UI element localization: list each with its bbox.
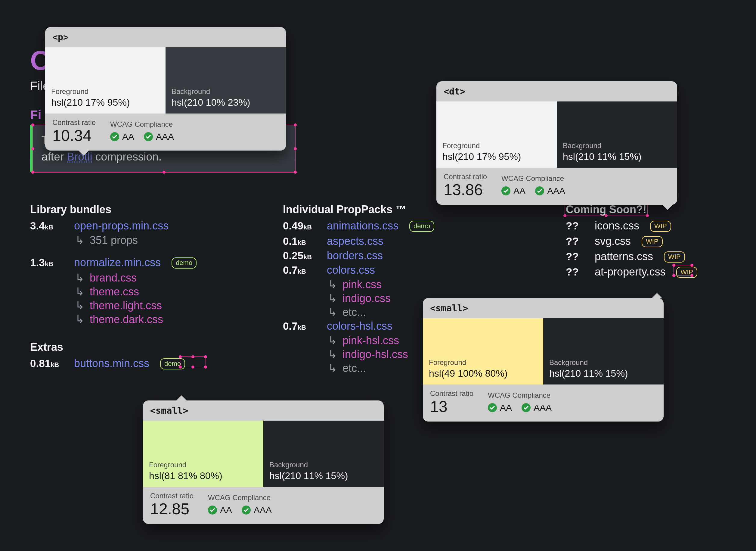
wip-badge: WIP [650, 221, 671, 232]
foreground-value: hsl(210 17% 95%) [442, 151, 551, 162]
sub-file[interactable]: brand.css [90, 271, 137, 284]
file-link[interactable]: aspects.css [327, 235, 383, 247]
foreground-value: hsl(210 17% 95%) [51, 97, 160, 108]
foreground-value: hsl(49 100% 80%) [429, 368, 537, 379]
wcag-aaa-pill: AAA [242, 505, 272, 515]
file-link[interactable]: at-property.css [595, 265, 665, 278]
file-link[interactable]: patterns.css [595, 250, 653, 263]
file-link[interactable]: colors-hsl.css [327, 320, 392, 333]
contrast-ratio-label: Contrast ratio [430, 389, 473, 398]
background-swatch: Backgroundhsl(210 11% 15%) [263, 421, 384, 487]
background-value: hsl(210 11% 15%) [563, 151, 671, 162]
demo-badge[interactable]: demo [160, 358, 185, 370]
sub-file[interactable]: theme.light.css [90, 299, 162, 312]
tooltip-pointer-icon [176, 395, 187, 401]
file-link[interactable]: buttons.min.css [74, 357, 149, 370]
list-item: 0.81kB buttons.min.css demo [30, 357, 247, 371]
background-swatch: Backgroundhsl(210 11% 15%) [557, 101, 677, 168]
check-icon [535, 186, 544, 195]
tooltip-element-tag: <dt> [436, 81, 677, 101]
contrast-ratio-value: 10.34 [52, 127, 96, 144]
foreground-swatch: Foregroundhsl(210 17% 95%) [45, 47, 166, 113]
wip-badge: WIP [642, 236, 663, 247]
wcag-label: WCAG Compliance [110, 120, 174, 128]
list-item: 1.3kB normalize.min.css demo [30, 256, 247, 270]
wcag-label: WCAG Compliance [208, 494, 272, 502]
foreground-label: Foreground [51, 87, 160, 96]
sub-arrow-icon: ↳ [75, 313, 84, 326]
contrast-tooltip: <small>Foregroundhsl(49 100% 80%)Backgro… [423, 298, 664, 422]
sub-arrow-icon: ↳ [328, 348, 337, 361]
sub-arrow-icon: ↳ [328, 334, 337, 347]
file-link[interactable]: animations.css [327, 219, 398, 232]
file-link[interactable]: normalize.min.css [74, 256, 161, 269]
contrast-ratio-value: 13.86 [444, 181, 487, 198]
tooltip-pointer-icon [662, 204, 673, 210]
foreground-value: hsl(81 81% 80%) [149, 470, 257, 481]
file-link[interactable]: open-props.min.css [74, 219, 169, 232]
proppacks-heading: Individual PropPacks ™ [283, 203, 530, 216]
contrast-ratio-label: Contrast ratio [52, 118, 96, 127]
sub-file[interactable]: pink.css [342, 278, 382, 291]
wcag-aa-pill: AA [501, 186, 525, 196]
sub-item: ↳ 351 props [75, 234, 247, 246]
file-size: 0.81kB [30, 358, 66, 370]
bundles-heading: Library bundles [30, 203, 247, 216]
check-icon [488, 403, 497, 412]
file-link[interactable]: svg.css [595, 235, 631, 247]
sub-file[interactable]: indigo-hsl.css [342, 348, 408, 361]
wcag-label: WCAG Compliance [501, 174, 565, 183]
sub-arrow-icon: ↳ [328, 278, 337, 291]
foreground-label: Foreground [429, 358, 537, 367]
contrast-ratio-value: 12.85 [150, 501, 194, 517]
background-label: Background [172, 87, 280, 96]
file-link[interactable]: borders.css [327, 249, 383, 262]
tooltip-pointer-icon [652, 293, 662, 299]
foreground-swatch: Foregroundhsl(210 17% 95%) [436, 101, 557, 168]
contrast-tooltip: <dt>Foregroundhsl(210 17% 95%)Background… [436, 81, 677, 205]
demo-badge[interactable]: demo [409, 221, 434, 232]
contrast-ratio-value: 13 [430, 398, 473, 415]
check-icon [110, 132, 119, 141]
file-link[interactable]: icons.css [595, 219, 639, 232]
check-icon [522, 403, 531, 412]
sub-arrow-icon: ↳ [75, 286, 84, 298]
background-swatch: Backgroundhsl(210 11% 15%) [543, 318, 664, 385]
sub-file[interactable]: theme.css [90, 286, 139, 298]
tooltip-element-tag: <p> [45, 27, 286, 47]
file-size: 3.4kB [30, 220, 66, 232]
wcag-aa-pill: AA [208, 505, 232, 515]
background-label: Background [549, 358, 658, 367]
sub-etc: etc... [342, 362, 366, 375]
check-icon [208, 506, 217, 515]
contrast-tooltip: <p>Foregroundhsl(210 17% 95%)Backgroundh… [45, 27, 286, 150]
sub-arrow-icon: ↳ [328, 292, 337, 305]
foreground-label: Foreground [442, 141, 551, 150]
sub-arrow-icon: ↳ [75, 234, 84, 246]
file-link[interactable]: colors.css [327, 264, 375, 277]
demo-badge[interactable]: demo [172, 257, 197, 268]
foreground-swatch: Foregroundhsl(49 100% 80%) [423, 318, 543, 385]
sub-file[interactable]: theme.dark.css [90, 313, 163, 326]
tooltip-element-tag: <small> [423, 298, 664, 318]
sub-arrow-icon: ↳ [75, 271, 84, 284]
tooltip-pointer-icon [78, 150, 89, 156]
sub-arrow-icon: ↳ [328, 306, 337, 319]
foreground-label: Foreground [149, 461, 257, 469]
list-item: 3.4kB open-props.min.css [30, 219, 247, 232]
wcag-aaa-pill: AAA [144, 131, 174, 142]
foreground-swatch: Foregroundhsl(81 81% 80%) [143, 421, 263, 487]
wcag-aaa-pill: AAA [535, 186, 565, 196]
sub-file[interactable]: indigo.css [342, 292, 391, 305]
contrast-ratio-label: Contrast ratio [444, 172, 487, 181]
sub-arrow-icon: ↳ [328, 362, 337, 375]
wcag-aa-pill: AA [110, 131, 134, 142]
background-swatch: Backgroundhsl(210 10% 23%) [166, 47, 286, 113]
file-size: 1.3kB [30, 256, 66, 268]
check-icon [501, 186, 510, 195]
check-icon [242, 506, 251, 515]
tooltip-element-tag: <small> [143, 401, 384, 421]
wip-badge: WIP [664, 251, 685, 262]
sub-file[interactable]: pink-hsl.css [342, 334, 399, 347]
callout-text-after: compression. [92, 150, 162, 163]
